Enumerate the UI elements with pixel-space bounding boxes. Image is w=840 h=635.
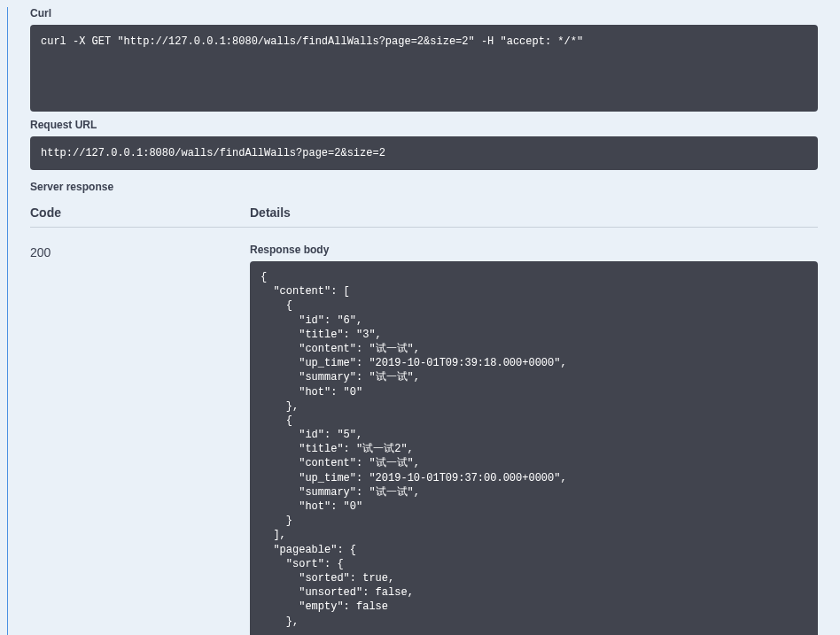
- curl-label: Curl: [30, 7, 818, 19]
- response-data-row: 200 Response body { "content": [ { "id":…: [30, 244, 818, 635]
- request-url-block[interactable]: http://127.0.0.1:8080/walls/findAllWalls…: [30, 136, 818, 170]
- response-body-block[interactable]: { "content": [ { "id": "6", "title": "3"…: [250, 261, 818, 635]
- code-column-header: Code: [30, 205, 250, 220]
- response-headers-row: Code Details: [30, 205, 818, 228]
- status-code: 200: [30, 244, 250, 635]
- response-panel: Curl curl -X GET "http://127.0.0.1:8080/…: [7, 7, 840, 635]
- details-column-header: Details: [250, 205, 818, 220]
- curl-command-block[interactable]: curl -X GET "http://127.0.0.1:8080/walls…: [30, 25, 818, 112]
- server-response-label: Server response: [30, 181, 818, 193]
- request-url-label: Request URL: [30, 119, 818, 131]
- response-body-label: Response body: [250, 244, 818, 256]
- response-details: Response body { "content": [ { "id": "6"…: [250, 244, 818, 635]
